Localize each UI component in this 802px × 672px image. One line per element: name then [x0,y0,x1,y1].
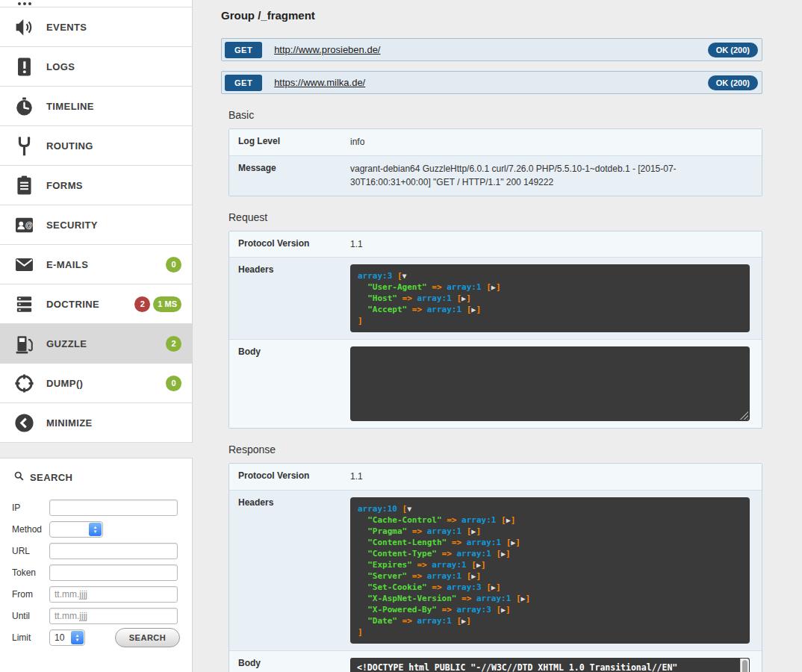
sidebar-item-doctrine[interactable]: DOCTRINE21 MS [0,284,192,324]
sidebar-item-label: EVENTS [46,22,181,33]
megaphone-icon [12,15,36,39]
ip-input[interactable] [49,500,178,516]
sidebar-item-label: TIMELINE [46,101,181,112]
row-label: Protocol Version [229,231,341,258]
dots-icon [23,2,26,5]
row-value [341,340,762,428]
row-label: Protocol Version [229,464,341,490]
response-table: Protocol Version 1.1 Headers array:10 [▼… [229,463,762,672]
table-row: Headers array:3 [▼ "User-Agent" => array… [229,258,762,340]
sidebar-item-timeline[interactable]: TIMELINE [0,87,192,126]
log-page-icon [12,55,36,78]
request-row: GET https://www.milka.de/ OK (200) [221,71,762,94]
table-row: Body <!DOCTYPE html PUBLIC "-//W3C//DTD … [229,651,762,672]
sidebar-item-routing[interactable]: ROUTING [0,126,192,166]
field-label: Method [12,524,49,535]
row-value: 1.1 [341,231,762,258]
search-field-row-token: Token [12,564,180,582]
collapse-circle-icon [12,411,36,435]
search-title: SEARCH [30,472,72,483]
resize-handle-icon[interactable] [739,411,748,420]
table-row: Protocol Version 1.1 [229,231,762,258]
request-headers-dump[interactable]: array:3 [▼ "User-Agent" => array:1 [▶] "… [350,264,750,332]
select-stepper-icon: ▲▼ [71,631,84,644]
search-field-row-url: URL [12,542,180,560]
field-label: IP [12,503,49,513]
until-input[interactable] [49,608,178,624]
row-value: array:3 [▼ "User-Agent" => array:1 [▶] "… [341,258,762,339]
scrollbar-thumb[interactable] [742,660,747,672]
svg-text:@: @ [25,220,32,228]
row-label: Body [229,651,341,672]
from-input[interactable] [49,586,178,603]
row-value: vagrant-debian64 GuzzleHttp/6.0.1 curl/7… [341,156,762,196]
section-title-request: Request [229,211,762,223]
sidebar-item-security[interactable]: @SECURITY [0,205,192,245]
table-row: Protocol Version 1.1 [229,464,762,491]
response-headers-dump[interactable]: array:10 [▼ "Cache-Control" => array:1 [… [350,497,750,644]
search-field-row-until: Until [12,607,180,625]
request-row: GET http://www.prosieben.de/ OK (200) [221,38,762,61]
count-badge: 2 [134,296,150,312]
search-submit-button[interactable]: SEARCH [115,628,180,647]
sidebar-item-label: MINIMIZE [46,417,181,429]
search-field-row-from: From [12,585,180,603]
request-table: Protocol Version 1.1 Headers array:3 [▼ … [229,231,762,429]
request-url-link[interactable]: https://www.milka.de/ [274,77,365,88]
database-list-icon [12,292,36,316]
request-url-link[interactable]: http://www.prosieben.de/ [274,44,380,55]
sidebar-item-forms[interactable]: FORMS [0,166,192,205]
id-card-icon: @ [12,213,36,237]
sidebar-item-emails[interactable]: E-MAILS0 [0,245,192,284]
sidebar: EVENTSLOGSTIMELINEROUTINGFORMS@SECURITYE… [0,0,193,672]
search-header: SEARCH [13,470,180,484]
basic-table: Log Level info Message vagrant-debian64 … [229,128,762,196]
sidebar-item-minimize[interactable]: MINIMIZE [0,403,192,443]
row-label: Message [229,156,341,196]
sidebar-item-label: FORMS [46,180,181,191]
sidebar-item-label: DOCTRINE [46,299,134,310]
row-value: array:10 [▼ "Cache-Control" => array:1 [… [341,491,762,650]
limit-select[interactable]: 10▲▼ [49,629,85,646]
token-input[interactable] [49,564,178,581]
stopwatch-icon [12,94,36,118]
sidebar-item-guzzle[interactable]: GUZZLE2 [0,324,192,364]
method-select[interactable]: ▲▼ [49,521,103,538]
clipboard-icon [12,173,36,197]
field-label: Limit [12,632,49,643]
field-label: Token [12,567,49,578]
table-row: Headers array:10 [▼ "Cache-Control" => a… [229,491,762,651]
table-row: Message vagrant-debian64 GuzzleHttp/6.0.… [229,156,762,196]
search-icon [13,470,25,484]
badge-group: 0 [166,257,181,273]
method-badge[interactable]: GET [225,42,262,58]
search-form: IPMethod▲▼URLTokenFromUntilLimit10▲▼SEAR… [12,499,180,647]
search-field-row-ip: IP [12,499,180,517]
sidebar-item-dump[interactable]: DUMP()0 [0,364,192,403]
dots-icon [18,2,21,5]
scrollbar[interactable] [740,659,749,672]
sidebar-item-label: LOGS [46,61,181,72]
method-badge[interactable]: GET [225,75,262,91]
search-panel: SEARCH IPMethod▲▼URLTokenFromUntilLimit1… [0,458,193,672]
url-input[interactable] [49,543,178,559]
count-badge: 0 [166,376,181,391]
sidebar-item-logs[interactable]: LOGS [0,47,192,87]
sidebar-item-partial[interactable] [0,0,192,7]
section-title-response: Response [229,444,762,455]
row-label: Log Level [229,129,341,155]
search-field-row-method: Method▲▼ [12,520,180,538]
select-stepper-icon: ▲▼ [89,523,102,536]
response-body-box[interactable]: <!DOCTYPE html PUBLIC "-//W3C//DTD XHTML… [350,658,750,672]
row-value: <!DOCTYPE html PUBLIC "-//W3C//DTD XHTML… [341,651,762,672]
section-title-basic: Basic [229,109,762,121]
main-content: Group /_fragment GET http://www.prosiebe… [193,0,802,672]
status-badge: OK (200) [708,75,758,90]
sidebar-item-label: ROUTING [46,140,181,152]
badge-group: 21 MS [134,296,181,312]
sidebar-menu: EVENTSLOGSTIMELINEROUTINGFORMS@SECURITYE… [0,0,193,443]
row-label: Headers [229,491,341,650]
request-body-box[interactable] [350,346,750,421]
sidebar-item-events[interactable]: EVENTS [0,7,192,47]
badge-group: 0 [166,376,181,391]
